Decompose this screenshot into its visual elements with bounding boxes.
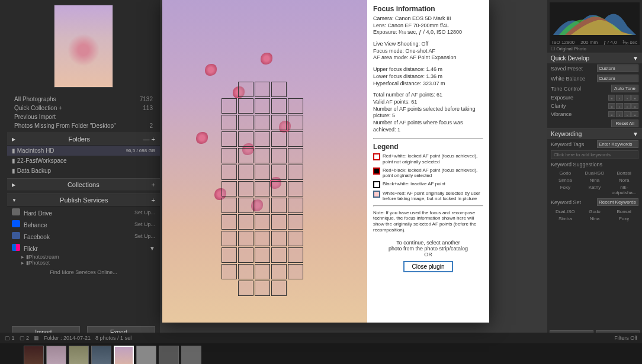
exposure-row: Exposure«‹›» bbox=[547, 94, 642, 102]
folder-macintosh-hd[interactable]: ▮ Macintosh HD96,5 / 698 GB bbox=[7, 146, 160, 156]
reset-all-button[interactable]: Reset All bbox=[611, 120, 638, 127]
af-point-grid bbox=[222, 82, 303, 296]
kw-recent-item[interactable]: Bonsai bbox=[609, 208, 638, 215]
filmstrip-thumb[interactable] bbox=[69, 346, 89, 364]
modal-info-panel: Focus information Camera: Canon EOS 5D M… bbox=[367, 0, 489, 323]
clarity-row: Clarity«‹›» bbox=[547, 102, 642, 110]
recent-keywords-grid: Dual-ISOGodoBonsai SimbaNinaFoxy bbox=[547, 207, 642, 223]
histo-focal: 200 mm bbox=[580, 40, 598, 45]
histo-iso: ISO 12800 bbox=[552, 40, 574, 45]
kw-sugg-item[interactable]: Foxy bbox=[551, 184, 580, 196]
info-focusmode: Focus mode: One-shot AF bbox=[373, 48, 483, 55]
legend-black-white: Black+white: inactive AF point bbox=[383, 181, 445, 188]
filmstrip-thumb[interactable] bbox=[159, 346, 179, 364]
kw-sugg-item[interactable]: Nora bbox=[609, 177, 638, 183]
exposure-steppers[interactable]: «‹›» bbox=[608, 95, 638, 101]
kw-sugg-item[interactable]: Bonsai bbox=[609, 170, 638, 176]
info-liveview: Live View Shooting: Off bbox=[373, 41, 483, 48]
clarity-steppers[interactable]: «‹›» bbox=[608, 103, 638, 109]
original-photo-checkbox[interactable]: ☐ Original Photo bbox=[547, 45, 642, 53]
kw-recent-item[interactable]: Godo bbox=[580, 208, 609, 215]
filmstrip-thumb[interactable] bbox=[46, 346, 66, 364]
status-bar: ▢ 1 ▢ 2 ▦ Folder : 2014-07-21 8 photos /… bbox=[0, 333, 642, 343]
keyword-input[interactable] bbox=[551, 150, 638, 159]
info-afarea: AF area mode: AF Point Expansion bbox=[373, 54, 483, 62]
kw-recent-item[interactable]: Dual-ISO bbox=[551, 208, 580, 215]
kw-recent-item[interactable]: Simba bbox=[551, 215, 580, 222]
kw-recent-item[interactable]: Foxy bbox=[609, 215, 638, 222]
filmstrip-thumb[interactable] bbox=[181, 346, 201, 364]
focus-info-modal: Focus information Camera: Canon EOS 5D M… bbox=[162, 0, 489, 323]
vibrance-row: Vibrance«‹›» bbox=[547, 110, 642, 118]
catalog-list: All Photographs7132 Quick Collection +11… bbox=[7, 95, 160, 130]
info-selected-before: Number of AF points selected before taki… bbox=[373, 106, 483, 120]
grid-view-icon[interactable]: ▦ bbox=[34, 335, 39, 341]
close-plugin-button[interactable]: Close plugin bbox=[403, 261, 452, 272]
publish-flickr[interactable]: Flickr▼ bbox=[7, 242, 160, 254]
filmstrip: ▢ 1 ▢ 2 ▦ Folder : 2014-07-21 8 photos /… bbox=[0, 343, 642, 364]
right-panel: ISO 12800 200 mm ƒ / 4,0 ¹⁄₈₀ sec ☐ Orig… bbox=[547, 0, 642, 343]
histo-aperture: ƒ / 4,0 bbox=[604, 40, 617, 45]
legend-white-red: White+red: AF point originally selected … bbox=[383, 191, 483, 202]
keyword-set-row[interactable]: Keyword SetRecent Keywords bbox=[547, 197, 642, 207]
window-toggle-2[interactable]: ▢ 2 bbox=[20, 335, 30, 341]
info-achieved: Number of AF points where focus was achi… bbox=[373, 120, 483, 133]
publish-behance[interactable]: BehanceSet Up... bbox=[7, 218, 160, 230]
info-total-af: Total number of AF points: 61 bbox=[373, 92, 483, 99]
filmstrip-thumb[interactable] bbox=[136, 346, 156, 364]
publish-flickr-photostream[interactable]: ▸ ▮ Photostream bbox=[7, 254, 160, 260]
auto-tone-button[interactable]: Auto Tone bbox=[611, 85, 638, 92]
publish-hard-drive[interactable]: Hard DriveSet Up... bbox=[7, 207, 160, 218]
quick-develop-header[interactable]: Quick Develop▼ bbox=[547, 53, 642, 63]
focus-info-title: Focus information bbox=[373, 5, 483, 13]
folder-data-backup[interactable]: ▮ Data Backup bbox=[7, 166, 160, 176]
folders-header[interactable]: ▶Folders— + bbox=[7, 133, 160, 146]
legend-red-white: Red+white: locked AF point (focus achiev… bbox=[383, 153, 483, 165]
filters-off[interactable]: Filters Off bbox=[614, 335, 637, 341]
publish-services-header[interactable]: ▼Publish Services+ bbox=[7, 194, 160, 207]
legend-note: Note: If you have used the focus and rec… bbox=[373, 210, 483, 233]
tone-control-row: Tone ControlAuto Tone bbox=[547, 83, 642, 94]
catalog-missing-photos[interactable]: Photos Missing From Folder "Desktop"2 bbox=[12, 121, 155, 130]
catalog-all-photographs[interactable]: All Photographs7132 bbox=[12, 95, 155, 104]
catalog-quick-collection[interactable]: Quick Collection +113 bbox=[12, 104, 155, 112]
find-more-services[interactable]: Find More Services Online... bbox=[7, 266, 160, 279]
info-hyperfocal: Hyperfocal distance: 323.07 m bbox=[373, 80, 483, 88]
info-lower-distance: Lower focus distance: 1.36 m bbox=[373, 73, 483, 80]
kw-sugg-item[interactable]: Simba bbox=[551, 177, 580, 183]
publish-flickr-photoset[interactable]: ▸ ▮ Photoset bbox=[7, 260, 160, 266]
legend-red-black: Red+black: locked AF point (focus achiev… bbox=[383, 167, 483, 179]
vibrance-steppers[interactable]: «‹›» bbox=[608, 111, 638, 117]
navigator-preview[interactable] bbox=[54, 5, 113, 88]
keyword-suggestions-header: Keyword Suggestions bbox=[547, 160, 642, 169]
publish-facebook[interactable]: FacebookSet Up... bbox=[7, 230, 160, 242]
window-toggle[interactable]: ▢ 1 bbox=[5, 335, 15, 341]
legend-title: Legend bbox=[373, 143, 483, 151]
kw-sugg-item[interactable]: Kathy bbox=[580, 184, 609, 196]
histogram[interactable]: ISO 12800 200 mm ƒ / 4,0 ¹⁄₈₀ sec bbox=[550, 2, 640, 45]
filmstrip-thumb[interactable] bbox=[24, 346, 44, 364]
catalog-previous-import[interactable]: Previous Import bbox=[12, 112, 155, 121]
kw-recent-item[interactable]: Nina bbox=[580, 215, 609, 222]
info-lens: Lens: Canon EF 70-200mm f/4L bbox=[373, 22, 483, 30]
saved-preset-row[interactable]: Saved PresetCustom bbox=[547, 63, 642, 73]
folder-fastworkspace[interactable]: ▮ 22-FastWorkspace bbox=[7, 156, 160, 166]
modal-preview-image bbox=[162, 0, 367, 323]
kw-sugg-item[interactable]: Nina bbox=[580, 177, 609, 183]
filmstrip-thumb-selected[interactable] bbox=[114, 346, 134, 364]
white-balance-row[interactable]: White BalanceCustom bbox=[547, 73, 642, 83]
histo-shutter: ¹⁄₈₀ sec bbox=[622, 40, 637, 45]
status-folder: Folder : 2014-07-21 bbox=[44, 335, 91, 341]
keyword-suggestions-grid: GodoDual-ISOBonsai SimbaNinaNora FoxyKat… bbox=[547, 169, 642, 197]
keywording-header[interactable]: Keywording▼ bbox=[547, 128, 642, 139]
kw-sugg-item[interactable]: Dual-ISO bbox=[580, 170, 609, 176]
collections-header[interactable]: ▶Collections+ bbox=[7, 178, 160, 191]
kw-sugg-item[interactable]: nik-outputsha... bbox=[609, 184, 638, 196]
kw-sugg-item[interactable]: Godo bbox=[551, 170, 580, 176]
continue-text: To continue, select another photo from t… bbox=[373, 240, 483, 257]
filmstrip-thumb[interactable] bbox=[91, 346, 111, 364]
info-camera: Camera: Canon EOS 5D Mark III bbox=[373, 15, 483, 22]
keyword-tags-row[interactable]: Keyword TagsEnter Keywords bbox=[547, 139, 642, 149]
status-count: 8 photos / 1 sel bbox=[95, 335, 131, 341]
info-upper-distance: Upper focus distance: 1.46 m bbox=[373, 66, 483, 73]
